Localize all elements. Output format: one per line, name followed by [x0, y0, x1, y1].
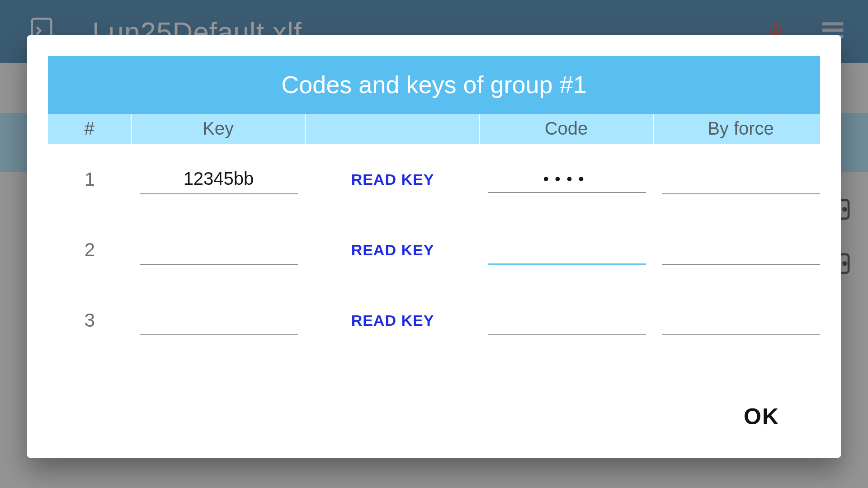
col-header-action — [306, 114, 480, 144]
row-number: 2 — [48, 239, 132, 261]
col-header-byforce: By force — [654, 114, 828, 144]
row-number: 1 — [48, 169, 132, 190]
table-row: 3 READ KEY — [48, 285, 820, 356]
dialog-title: Codes and keys of group #1 — [48, 56, 820, 114]
key-field[interactable] — [140, 165, 298, 194]
dialog-footer: OK — [48, 388, 820, 437]
read-key-button[interactable]: READ KEY — [306, 312, 480, 329]
key-field[interactable] — [140, 306, 298, 335]
code-field[interactable] — [488, 166, 646, 193]
key-field[interactable] — [140, 235, 298, 265]
read-key-button[interactable]: READ KEY — [306, 241, 480, 259]
row-number: 3 — [48, 310, 132, 331]
column-headers: # Key Code By force — [48, 114, 820, 144]
code-field[interactable] — [488, 235, 646, 265]
col-header-key: Key — [132, 114, 306, 144]
rows-container: 1 READ KEY 2 READ KEY 3 READ KEY — [48, 144, 820, 356]
ok-button[interactable]: OK — [730, 396, 793, 437]
byforce-field[interactable] — [662, 165, 820, 194]
col-header-num: # — [48, 114, 132, 144]
col-header-code: Code — [480, 114, 654, 144]
table-row: 2 READ KEY — [48, 215, 820, 285]
byforce-field[interactable] — [662, 235, 820, 265]
read-key-button[interactable]: READ KEY — [306, 171, 480, 188]
byforce-field[interactable] — [662, 306, 820, 335]
code-field[interactable] — [488, 306, 646, 335]
table-row: 1 READ KEY — [48, 144, 820, 215]
codes-keys-dialog: Codes and keys of group #1 # Key Code By… — [27, 35, 841, 458]
